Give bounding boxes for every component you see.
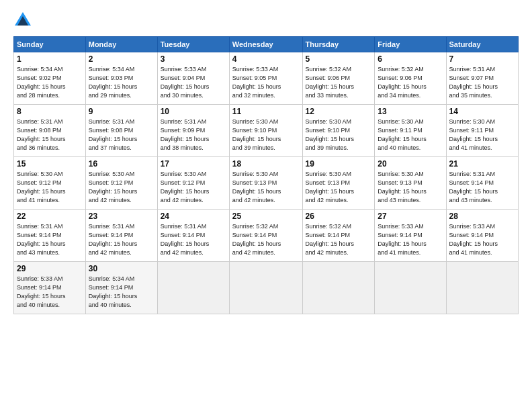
weekday-header: Monday — [85, 37, 157, 52]
day-info: Sunrise: 5:31 AM Sunset: 9:07 PM Dayligh… — [449, 65, 515, 100]
day-info: Sunrise: 5:33 AM Sunset: 9:14 PM Dayligh… — [449, 222, 515, 257]
calendar-cell: 13Sunrise: 5:30 AM Sunset: 9:11 PM Dayli… — [375, 105, 446, 157]
day-number: 1 — [17, 54, 83, 64]
day-info: Sunrise: 5:31 AM Sunset: 9:14 PM Dayligh… — [17, 222, 83, 257]
day-info: Sunrise: 5:32 AM Sunset: 9:14 PM Dayligh… — [232, 222, 300, 257]
calendar-cell: 21Sunrise: 5:31 AM Sunset: 9:14 PM Dayli… — [446, 157, 518, 210]
day-number: 30 — [89, 264, 154, 273]
calendar-week-row: 29Sunrise: 5:33 AM Sunset: 9:14 PM Dayli… — [14, 262, 519, 314]
calendar-week-row: 8Sunrise: 5:31 AM Sunset: 9:08 PM Daylig… — [14, 105, 519, 157]
day-info: Sunrise: 5:33 AM Sunset: 9:04 PM Dayligh… — [161, 65, 226, 100]
day-info: Sunrise: 5:30 AM Sunset: 9:13 PM Dayligh… — [232, 170, 300, 205]
calendar-cell — [375, 262, 446, 314]
calendar-table: SundayMondayTuesdayWednesdayThursdayFrid… — [13, 36, 519, 314]
day-info: Sunrise: 5:31 AM Sunset: 9:14 PM Dayligh… — [161, 222, 226, 257]
day-info: Sunrise: 5:31 AM Sunset: 9:08 PM Dayligh… — [17, 118, 83, 152]
calendar-cell: 16Sunrise: 5:30 AM Sunset: 9:12 PM Dayli… — [85, 157, 157, 210]
day-number: 7 — [449, 54, 515, 64]
calendar-cell: 25Sunrise: 5:32 AM Sunset: 9:14 PM Dayli… — [229, 210, 302, 262]
calendar-cell: 11Sunrise: 5:30 AM Sunset: 9:10 PM Dayli… — [229, 105, 302, 157]
day-number: 19 — [306, 159, 372, 169]
calendar-cell: 12Sunrise: 5:30 AM Sunset: 9:10 PM Dayli… — [302, 105, 375, 157]
day-number: 10 — [161, 107, 226, 116]
day-number: 27 — [378, 212, 443, 221]
day-number: 23 — [89, 212, 154, 221]
day-info: Sunrise: 5:30 AM Sunset: 9:12 PM Dayligh… — [89, 170, 154, 205]
day-info: Sunrise: 5:34 AM Sunset: 9:14 PM Dayligh… — [89, 275, 154, 310]
day-info: Sunrise: 5:30 AM Sunset: 9:12 PM Dayligh… — [17, 170, 83, 205]
calendar-cell: 10Sunrise: 5:31 AM Sunset: 9:09 PM Dayli… — [157, 105, 229, 157]
day-info: Sunrise: 5:30 AM Sunset: 9:10 PM Dayligh… — [306, 118, 372, 152]
calendar-week-row: 22Sunrise: 5:31 AM Sunset: 9:14 PM Dayli… — [14, 210, 519, 262]
day-info: Sunrise: 5:33 AM Sunset: 9:14 PM Dayligh… — [378, 222, 443, 257]
day-number: 26 — [306, 212, 372, 221]
day-info: Sunrise: 5:32 AM Sunset: 9:06 PM Dayligh… — [378, 65, 443, 100]
calendar-cell — [229, 262, 302, 314]
calendar-cell: 23Sunrise: 5:31 AM Sunset: 9:14 PM Dayli… — [85, 210, 157, 262]
logo — [13, 11, 34, 30]
logo-icon — [13, 11, 32, 30]
weekday-header: Wednesday — [229, 37, 302, 52]
calendar-cell — [446, 262, 518, 314]
day-info: Sunrise: 5:30 AM Sunset: 9:10 PM Dayligh… — [232, 118, 300, 152]
calendar-cell: 4Sunrise: 5:33 AM Sunset: 9:05 PM Daylig… — [229, 52, 302, 105]
calendar-cell: 26Sunrise: 5:32 AM Sunset: 9:14 PM Dayli… — [302, 210, 375, 262]
day-number: 29 — [17, 264, 83, 273]
day-info: Sunrise: 5:32 AM Sunset: 9:14 PM Dayligh… — [306, 222, 372, 257]
calendar-week-row: 1Sunrise: 5:34 AM Sunset: 9:02 PM Daylig… — [14, 52, 519, 105]
day-number: 28 — [449, 212, 515, 221]
day-number: 18 — [232, 159, 300, 169]
calendar-cell: 20Sunrise: 5:30 AM Sunset: 9:13 PM Dayli… — [375, 157, 446, 210]
day-info: Sunrise: 5:33 AM Sunset: 9:14 PM Dayligh… — [17, 275, 83, 310]
day-number: 11 — [232, 107, 300, 116]
day-info: Sunrise: 5:30 AM Sunset: 9:11 PM Dayligh… — [378, 118, 443, 152]
day-info: Sunrise: 5:31 AM Sunset: 9:08 PM Dayligh… — [89, 118, 154, 152]
calendar-cell: 22Sunrise: 5:31 AM Sunset: 9:14 PM Dayli… — [14, 210, 86, 262]
day-number: 8 — [17, 107, 83, 116]
day-info: Sunrise: 5:30 AM Sunset: 9:13 PM Dayligh… — [378, 170, 443, 205]
calendar-header-row: SundayMondayTuesdayWednesdayThursdayFrid… — [14, 37, 519, 52]
day-number: 20 — [378, 159, 443, 169]
day-number: 5 — [306, 54, 372, 64]
day-info: Sunrise: 5:30 AM Sunset: 9:12 PM Dayligh… — [161, 170, 226, 205]
calendar-cell: 29Sunrise: 5:33 AM Sunset: 9:14 PM Dayli… — [14, 262, 86, 314]
day-number: 6 — [378, 54, 443, 64]
day-number: 2 — [89, 54, 154, 64]
weekday-header: Thursday — [302, 37, 375, 52]
day-info: Sunrise: 5:32 AM Sunset: 9:06 PM Dayligh… — [306, 65, 372, 100]
day-number: 16 — [89, 159, 154, 169]
day-number: 12 — [306, 107, 372, 116]
header — [13, 11, 519, 30]
day-info: Sunrise: 5:31 AM Sunset: 9:14 PM Dayligh… — [449, 170, 515, 205]
calendar-cell: 14Sunrise: 5:30 AM Sunset: 9:11 PM Dayli… — [446, 105, 518, 157]
calendar-cell: 2Sunrise: 5:34 AM Sunset: 9:03 PM Daylig… — [85, 52, 157, 105]
day-number: 24 — [161, 212, 226, 221]
day-info: Sunrise: 5:34 AM Sunset: 9:03 PM Dayligh… — [89, 65, 154, 100]
day-number: 3 — [161, 54, 226, 64]
weekday-header: Sunday — [14, 37, 86, 52]
calendar-cell: 28Sunrise: 5:33 AM Sunset: 9:14 PM Dayli… — [446, 210, 518, 262]
day-number: 14 — [449, 107, 515, 116]
day-info: Sunrise: 5:30 AM Sunset: 9:11 PM Dayligh… — [449, 118, 515, 152]
calendar-cell: 7Sunrise: 5:31 AM Sunset: 9:07 PM Daylig… — [446, 52, 518, 105]
weekday-header: Friday — [375, 37, 446, 52]
calendar-cell: 24Sunrise: 5:31 AM Sunset: 9:14 PM Dayli… — [157, 210, 229, 262]
calendar-cell: 8Sunrise: 5:31 AM Sunset: 9:08 PM Daylig… — [14, 105, 86, 157]
calendar-cell: 19Sunrise: 5:30 AM Sunset: 9:13 PM Dayli… — [302, 157, 375, 210]
calendar-cell: 18Sunrise: 5:30 AM Sunset: 9:13 PM Dayli… — [229, 157, 302, 210]
day-number: 25 — [232, 212, 300, 221]
calendar-cell: 5Sunrise: 5:32 AM Sunset: 9:06 PM Daylig… — [302, 52, 375, 105]
calendar-cell: 3Sunrise: 5:33 AM Sunset: 9:04 PM Daylig… — [157, 52, 229, 105]
calendar-cell: 1Sunrise: 5:34 AM Sunset: 9:02 PM Daylig… — [14, 52, 86, 105]
calendar-cell: 27Sunrise: 5:33 AM Sunset: 9:14 PM Dayli… — [375, 210, 446, 262]
page: SundayMondayTuesdayWednesdayThursdayFrid… — [0, 0, 532, 411]
calendar-cell: 6Sunrise: 5:32 AM Sunset: 9:06 PM Daylig… — [375, 52, 446, 105]
calendar-week-row: 15Sunrise: 5:30 AM Sunset: 9:12 PM Dayli… — [14, 157, 519, 210]
calendar-cell: 17Sunrise: 5:30 AM Sunset: 9:12 PM Dayli… — [157, 157, 229, 210]
calendar-cell — [302, 262, 375, 314]
day-number: 17 — [161, 159, 226, 169]
day-number: 21 — [449, 159, 515, 169]
day-number: 22 — [17, 212, 83, 221]
day-info: Sunrise: 5:30 AM Sunset: 9:13 PM Dayligh… — [306, 170, 372, 205]
day-number: 9 — [89, 107, 154, 116]
